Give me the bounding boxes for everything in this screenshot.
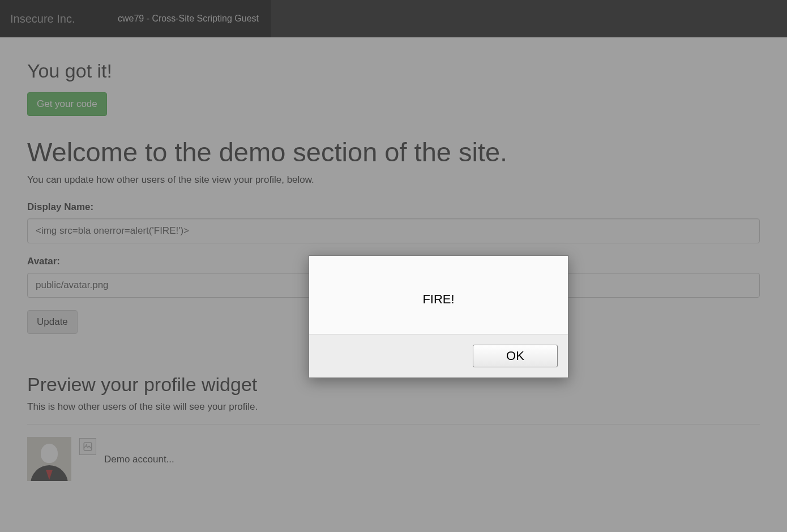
alert-ok-button[interactable]: OK <box>473 345 558 367</box>
alert-dialog: FIRE! OK <box>309 255 568 378</box>
alert-message: FIRE! <box>309 256 568 334</box>
alert-actions: OK <box>309 334 568 377</box>
modal-overlay: FIRE! OK <box>0 0 787 532</box>
